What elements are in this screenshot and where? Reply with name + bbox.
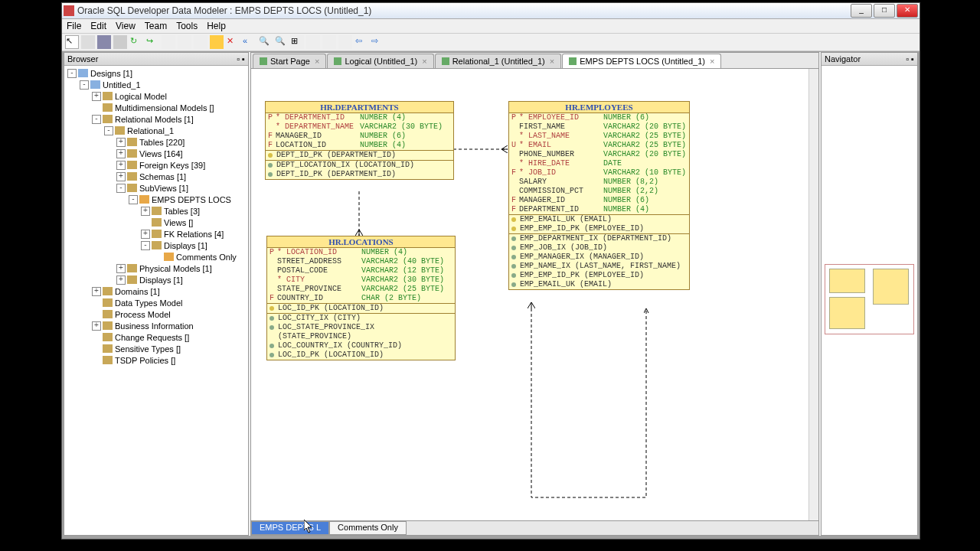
menu-help[interactable]: Help [207,21,226,31]
tool-prev-icon[interactable]: ⇦ [354,35,368,49]
tree-item[interactable]: +Business Information [64,320,248,331]
entity-indexes: DEPT_LOCATION_IX (LOCATION_ID)DEPT_ID_PK… [266,160,453,179]
tree-item[interactable]: +Schemas [1] [64,171,248,182]
browser-header: Browser ▫ ▪ [64,53,248,66]
maximize-button[interactable]: □ [874,4,895,18]
index-row: EMP_EMP_ID_PK (EMPLOYEE_ID) [509,271,689,280]
column-row: FIRST_NAMEVARCHAR2 (20 BYTE) [509,122,689,132]
tree-item[interactable]: Data Types Model [64,297,248,308]
navigator-thumbnail[interactable] [825,264,914,334]
entity-employees[interactable]: HR.EMPLOYEES P* EMPLOYEE_IDNUMBER (6) FI… [508,101,690,290]
pk-row: DEPT_ID_PK (DEPARTMENT_ID) [266,151,453,160]
tree-item[interactable]: -SubViews [1] [64,182,248,194]
titlebar[interactable]: Oracle SQL Developer Data Modeler : EMPS… [62,3,920,19]
tool-refresh-icon[interactable]: ↻ [129,35,143,49]
footer-tabs: EMPS DEPTS LComments Only [251,520,818,535]
tree-item[interactable]: +Foreign Keys [39] [64,159,248,171]
tree-item[interactable]: -Untitled_1 [64,79,248,90]
entity-locations[interactable]: HR.LOCATIONS P* LOCATION_IDNUMBER (4) ST… [266,236,456,360]
tree-item[interactable]: +Logical Model [64,90,248,102]
index-row: LOC_STATE_PROVINCE_IX (STATE_PROVINCE) [267,323,455,341]
entity-title: HR.LOCATIONS [267,236,455,248]
tool-icon[interactable] [194,35,207,49]
tool-icon[interactable] [178,35,191,49]
canvas-scrollbar[interactable] [808,69,818,520]
browser-tree[interactable]: -Designs [1]-Untitled_1+Logical ModelMul… [64,66,248,535]
tree-item[interactable]: +Tables [220] [64,136,248,148]
column-row: U* EMAILVARCHAR2 (25 BYTE) [509,141,689,150]
entity-departments[interactable]: HR.DEPARTMENTS P* DEPARTMENT_IDNUMBER (4… [265,101,454,180]
app-window: Oracle SQL Developer Data Modeler : EMPS… [61,2,920,540]
menu-tools[interactable]: Tools [176,21,198,31]
minimize-button[interactable]: _ [851,4,872,18]
tree-item[interactable]: -Designs [1] [64,67,248,79]
index-row: LOC_CITY_IX (CITY) [267,314,455,323]
column-row: P* LOCATION_IDNUMBER (4) [267,248,455,257]
tool-next-icon[interactable]: ⇨ [371,35,384,49]
tree-item[interactable]: +Displays [1] [64,274,248,285]
tool-icon[interactable] [113,35,127,49]
tree-item[interactable]: Views [] [64,217,248,228]
close-button[interactable]: ✕ [897,4,918,18]
entity-columns: P* DEPARTMENT_IDNUMBER (4)* DEPARTMENT_N… [266,113,453,150]
tree-item[interactable]: +Domains [1] [64,285,248,297]
editor-tab[interactable]: Start Page× [253,54,326,68]
tree-item[interactable]: -EMPS DEPTS LOCS [64,194,248,205]
index-row: EMP_MANAGER_IX (MANAGER_ID) [509,253,689,262]
navigator-body [822,66,917,535]
tool-delete-icon[interactable]: ✕ [226,35,240,49]
index-row: EMP_JOB_IX (JOB_ID) [509,243,689,253]
menu-file[interactable]: File [67,21,81,31]
tree-item[interactable]: Comments Only [64,251,248,262]
column-row: SALARYNUMBER (8,2) [509,178,689,187]
tool-back-icon[interactable]: « [242,35,256,49]
tree-item[interactable]: -Relational_1 [64,125,248,136]
editor-tab[interactable]: EMPS DEPTS LOCS (Untitled_1)× [562,54,721,68]
tool-grid-icon[interactable] [81,35,95,49]
entity-columns: P* EMPLOYEE_IDNUMBER (6) FIRST_NAMEVARCH… [509,113,689,214]
tool-icon[interactable] [338,35,352,49]
entity-title: HR.DEPARTMENTS [266,102,453,113]
tool-save-icon[interactable] [97,35,111,49]
index-row: EMP_NAME_IX (LAST_NAME, FIRST_NAME) [509,262,689,271]
tree-item[interactable]: +Views [164] [64,148,248,159]
main-area: Browser ▫ ▪ -Designs [1]-Untitled_1+Logi… [64,52,918,536]
tree-item[interactable]: +Physical Models [1] [64,262,248,274]
tree-item[interactable]: +FK Relations [4] [64,228,248,240]
tool-icon[interactable] [306,35,320,49]
tool-redo-icon[interactable]: ↪ [145,35,159,49]
tree-item[interactable]: -Relational Models [1] [64,113,248,125]
tool-icon[interactable] [322,35,336,49]
tool-zoomout-icon[interactable]: 🔍 [274,35,288,49]
editor-tab[interactable]: Relational_1 (Untitled_1)× [435,54,562,68]
column-row: F MANAGER_IDNUMBER (6) [509,196,689,205]
editor-tab[interactable]: Logical (Untitled_1)× [327,54,433,68]
tree-item[interactable]: -Displays [1] [64,240,248,251]
tool-zoomin-icon[interactable]: 🔍 [258,35,272,49]
diagram-canvas[interactable]: HR.DEPARTMENTS P* DEPARTMENT_IDNUMBER (4… [251,69,818,520]
panel-controls[interactable]: ▫ ▪ [906,54,914,64]
tool-fit-icon[interactable]: ⊞ [290,35,304,49]
editor-tabs: Start Page×Logical (Untitled_1)×Relation… [251,53,818,69]
footer-tab[interactable]: Comments Only [329,521,407,535]
entity-indexes: EMP_DEPARTMENT_IX (DEPARTMENT_ID)EMP_JOB… [509,233,689,289]
tree-item[interactable]: Multidimensional Models [] [64,102,248,113]
tree-item[interactable]: +Tables [3] [64,205,248,217]
menu-view[interactable]: View [116,21,136,31]
tree-item[interactable]: TSDP Policies [] [64,354,248,366]
tool-pointer-icon[interactable]: ↖ [65,35,79,49]
tree-item[interactable]: Process Model [64,308,248,320]
navigator-title: Navigator [825,54,861,64]
column-row: POSTAL_CODEVARCHAR2 (12 BYTE) [267,266,455,276]
menu-edit[interactable]: Edit [90,21,106,31]
entity-unique-keys: EMP_EMAIL_UK (EMAIL)EMP_EMP_ID_PK (EMPLO… [509,214,689,233]
footer-tab[interactable]: EMPS DEPTS L [251,521,329,535]
tree-item[interactable]: Sensitive Types [] [64,343,248,354]
tree-item[interactable]: Change Requests [] [64,331,248,343]
menu-team[interactable]: Team [145,21,167,31]
pk-row: LOC_ID_PK (LOCATION_ID) [267,304,455,313]
panel-controls[interactable]: ▫ ▪ [237,54,245,64]
index-row: EMP_EMP_ID_PK (EMPLOYEE_ID) [509,224,689,233]
tool-icon[interactable] [162,35,175,49]
tool-note-icon[interactable] [210,35,224,49]
